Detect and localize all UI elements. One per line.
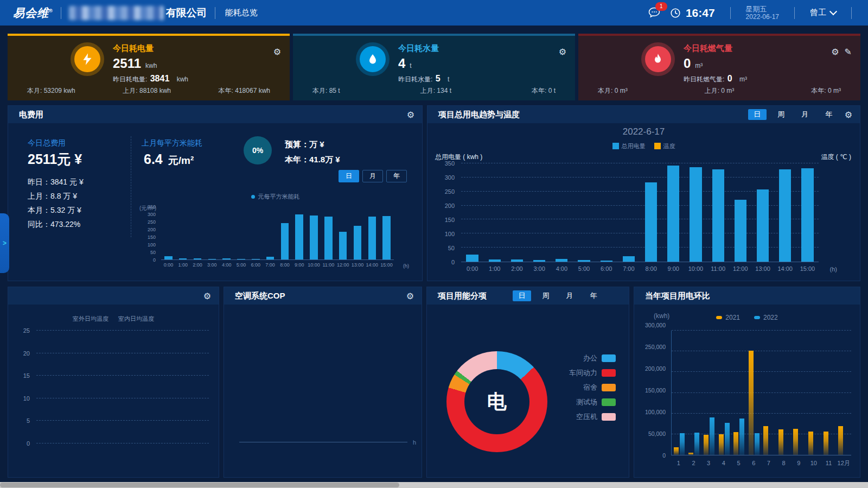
bar-11:00[interactable]	[324, 217, 332, 259]
bar-10:00[interactable]	[310, 216, 317, 259]
tab-year[interactable]: 年	[584, 290, 603, 301]
bar-2022-1[interactable]	[680, 433, 685, 455]
bar-9:00[interactable]	[667, 166, 679, 262]
panel-title: 项目总用电趋势与温度	[435, 110, 520, 120]
x-tick-label: 9	[791, 457, 806, 470]
bar-0:00[interactable]	[466, 255, 478, 262]
bar-2021-2[interactable]	[688, 453, 693, 455]
legend-label: 室外日均温度	[73, 315, 108, 322]
bar-2021-1[interactable]	[674, 447, 679, 455]
bar-2021-7[interactable]	[763, 426, 768, 455]
bar-15:00[interactable]	[382, 216, 390, 259]
bar-1:00[interactable]	[179, 258, 187, 259]
bar-2:00[interactable]	[194, 258, 201, 259]
bar-9:00[interactable]	[295, 214, 303, 259]
temperature-chart: 0510152025	[16, 331, 211, 443]
bar-slot	[176, 213, 190, 259]
bar-1:00[interactable]	[489, 259, 501, 262]
plot-area	[161, 213, 394, 260]
settings-icon[interactable]: ⚙	[407, 110, 414, 120]
panel-energy-breakdown: 项目用能分项 日 周 月 年 电 办公车间动力宿舍测试场空压机	[426, 287, 629, 478]
card-value: 2511	[113, 56, 141, 71]
bar-15:00[interactable]	[801, 168, 813, 262]
bar-3:00[interactable]	[533, 260, 545, 262]
bar-slot	[161, 213, 176, 259]
bar-13:00[interactable]	[354, 226, 361, 259]
bar-slot	[307, 213, 321, 259]
legend-swatch	[602, 354, 616, 362]
settings-icon[interactable]: ⚙	[203, 291, 211, 301]
bar-8:00[interactable]	[281, 223, 289, 259]
bar-3:00[interactable]	[208, 259, 216, 259]
plot-area	[671, 331, 851, 455]
bar-2021-4[interactable]	[719, 434, 724, 455]
tab-day[interactable]: 日	[513, 290, 531, 301]
settings-icon[interactable]: ⚙	[273, 47, 281, 57]
bar-2022-3[interactable]	[710, 417, 714, 455]
header-divider	[794, 7, 795, 19]
bar-2021-11[interactable]	[824, 432, 828, 455]
bar-10:00[interactable]	[690, 167, 701, 262]
tab-day[interactable]: 日	[748, 109, 767, 120]
bar-2021-10[interactable]	[808, 432, 813, 455]
tab-day[interactable]: 日	[339, 170, 359, 182]
edit-icon[interactable]: ✎	[845, 47, 852, 57]
bar-series	[161, 213, 394, 259]
sqm-value-number: 6.4	[144, 151, 163, 167]
card-unit: kwh	[145, 62, 157, 69]
bar-2022-4[interactable]	[725, 423, 730, 455]
settings-icon[interactable]: ⚙	[831, 47, 839, 57]
bar-0:00[interactable]	[164, 256, 172, 259]
tab-month[interactable]: 月	[796, 109, 814, 120]
bar-14:00[interactable]	[779, 169, 791, 262]
tab-year[interactable]: 年	[386, 170, 407, 182]
bar-2021-12月[interactable]	[838, 426, 843, 455]
stat-month: 本月: 0 m³	[598, 86, 628, 96]
horizontal-scrollbar[interactable]	[0, 482, 868, 488]
tab-year[interactable]: 年	[820, 109, 838, 120]
bar-14:00[interactable]	[368, 217, 376, 259]
chart-title-date: 2022-6-17	[427, 126, 860, 137]
user-menu[interactable]: 曾工	[810, 8, 836, 18]
bar-group-6	[746, 331, 762, 455]
messages-button[interactable]: 1	[648, 6, 662, 20]
bar-6:00[interactable]	[601, 261, 612, 262]
energy-breakdown-donut[interactable]: 电	[446, 351, 547, 452]
bar-2022-2[interactable]	[694, 433, 699, 455]
bar-5:00[interactable]	[578, 260, 590, 262]
bar-2022-6[interactable]	[755, 433, 760, 455]
bar-2021-3[interactable]	[704, 435, 709, 455]
bar-4:00[interactable]	[556, 259, 567, 262]
settings-icon[interactable]: ⚙	[406, 291, 414, 301]
panel-hvac-cop: 空调系统COP ⚙ h	[224, 287, 422, 478]
bar-2021-8[interactable]	[778, 429, 783, 455]
bar-5:00[interactable]	[237, 259, 245, 259]
bar-12:00[interactable]	[339, 232, 347, 259]
bar-2022-5[interactable]	[739, 419, 744, 455]
tab-week[interactable]: 周	[772, 109, 790, 120]
bar-6:00[interactable]	[252, 259, 259, 259]
bar-13:00[interactable]	[757, 189, 769, 262]
bar-2021-6[interactable]	[749, 351, 754, 455]
settings-icon[interactable]: ⚙	[845, 110, 852, 120]
tab-month[interactable]: 月	[560, 290, 579, 301]
bar-2021-9[interactable]	[793, 429, 798, 455]
bar-7:00[interactable]	[623, 256, 635, 262]
yesterday-unit: kwh	[177, 75, 188, 83]
x-axis-unit: h	[413, 439, 416, 446]
settings-icon[interactable]: ⚙	[559, 47, 566, 57]
tab-month[interactable]: 月	[362, 170, 383, 182]
scrollbar-thumb[interactable]	[0, 483, 399, 487]
bar-2021-5[interactable]	[733, 432, 738, 455]
tab-week[interactable]: 周	[537, 290, 555, 301]
kpi-card-electricity: ⚙ 今日耗电量 2511kwh 昨日耗电量: 3841 kwh 本月: 5320…	[8, 34, 290, 100]
bar-12:00[interactable]	[735, 200, 746, 262]
bar-4:00[interactable]	[222, 258, 230, 259]
mini-chart-legend: 元每平方米能耗	[137, 193, 413, 201]
bar-8:00[interactable]	[645, 182, 657, 262]
bar-7:00[interactable]	[266, 257, 274, 259]
bar-11:00[interactable]	[712, 169, 724, 262]
nav-item-energy-overview[interactable]: 能耗总览	[225, 8, 258, 18]
sidebar-expander[interactable]: >	[0, 213, 9, 273]
bar-2:00[interactable]	[511, 259, 523, 262]
